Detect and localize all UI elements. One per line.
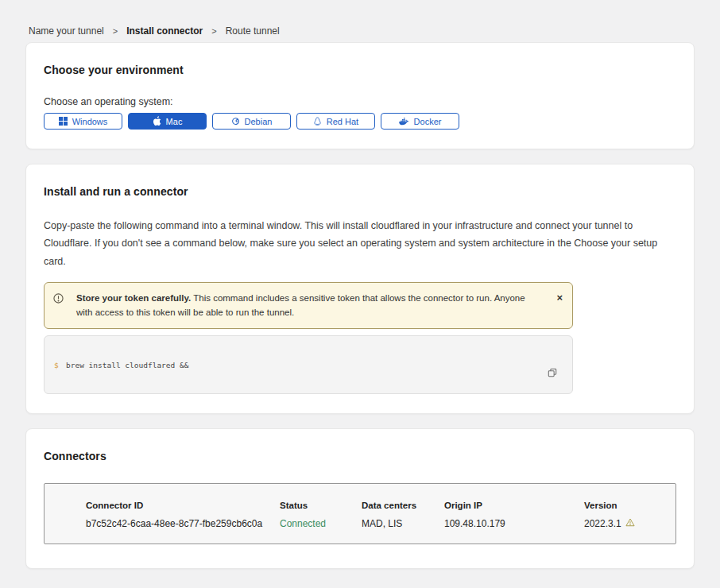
breadcrumb-install-connector[interactable]: Install connector — [126, 25, 203, 37]
table-row: b7c52c42-6caa-48ee-8c77-fbe259cb6c0a Con… — [86, 518, 668, 529]
os-button-docker[interactable]: Docker — [381, 113, 459, 130]
code-line-1: brew install cloudflared && — [66, 362, 553, 370]
install-card-title: Install and run a connector — [44, 185, 676, 198]
origin-ip-value: 109.48.10.179 — [444, 518, 584, 529]
column-header-version: Version — [584, 501, 668, 518]
copy-icon[interactable] — [528, 354, 559, 393]
os-button-group: Windows Mac Debian Red Hat Docker — [44, 113, 676, 130]
os-button-label: Red Hat — [327, 117, 358, 126]
install-description: Copy-paste the following command into a … — [44, 217, 676, 270]
docker-logo-icon — [399, 117, 409, 126]
breadcrumb-separator: > — [211, 26, 216, 36]
breadcrumb-separator: > — [113, 26, 118, 36]
windows-logo-icon — [59, 117, 68, 126]
redhat-logo-icon — [313, 117, 322, 126]
close-icon[interactable]: × — [556, 292, 563, 303]
os-button-debian[interactable]: Debian — [212, 113, 291, 130]
status-badge: Connected — [280, 518, 362, 529]
apple-logo-icon — [153, 116, 161, 126]
breadcrumb-name-your-tunnel[interactable]: Name your tunnel — [29, 25, 104, 37]
choose-environment-card: Choose your environment Choose an operat… — [25, 42, 695, 149]
os-button-label: Debian — [245, 117, 273, 126]
warning-triangle-icon — [625, 518, 635, 529]
debian-logo-icon — [231, 117, 240, 126]
breadcrumb: Name your tunnel > Install connector > R… — [0, 0, 720, 42]
shell-prompt: $ — [54, 362, 59, 370]
column-header-status: Status — [280, 501, 362, 518]
environment-card-title: Choose your environment — [44, 64, 676, 76]
install-connector-card: Install and run a connector Copy-paste t… — [25, 164, 695, 414]
column-header-connector-id: Connector ID — [86, 501, 280, 518]
os-button-redhat[interactable]: Red Hat — [296, 113, 375, 130]
connectors-card: Connectors Connector ID Status Data cent… — [25, 428, 695, 569]
os-button-label: Windows — [72, 117, 108, 126]
column-header-data-centers: Data centers — [362, 501, 444, 518]
os-button-label: Docker — [414, 117, 442, 126]
version-number: 2022.3.1 — [584, 518, 621, 529]
connectors-table: Connector ID Status Data centers Origin … — [44, 483, 676, 544]
version-value: 2022.3.1 — [584, 518, 668, 529]
warning-title: Store your token carefully. — [76, 293, 191, 303]
install-command-code-block: brew install cloudflared && $ sudo cloud… — [44, 335, 573, 394]
os-button-label: Mac — [166, 117, 183, 126]
os-select-label: Choose an operating system: — [44, 96, 676, 107]
alert-circle-icon — [53, 293, 64, 308]
data-centers-value: MAD, LIS — [362, 518, 444, 529]
connectors-card-title: Connectors — [44, 450, 676, 462]
os-button-windows[interactable]: Windows — [44, 113, 122, 130]
connector-id-value: b7c52c42-6caa-48ee-8c77-fbe259cb6c0a — [86, 518, 280, 529]
token-warning-banner: Store your token carefully. This command… — [44, 282, 573, 329]
breadcrumb-route-tunnel[interactable]: Route tunnel — [226, 25, 280, 37]
connectors-table-header: Connector ID Status Data centers Origin … — [86, 501, 668, 518]
column-header-origin-ip: Origin IP — [444, 501, 584, 518]
os-button-mac[interactable]: Mac — [128, 113, 207, 130]
